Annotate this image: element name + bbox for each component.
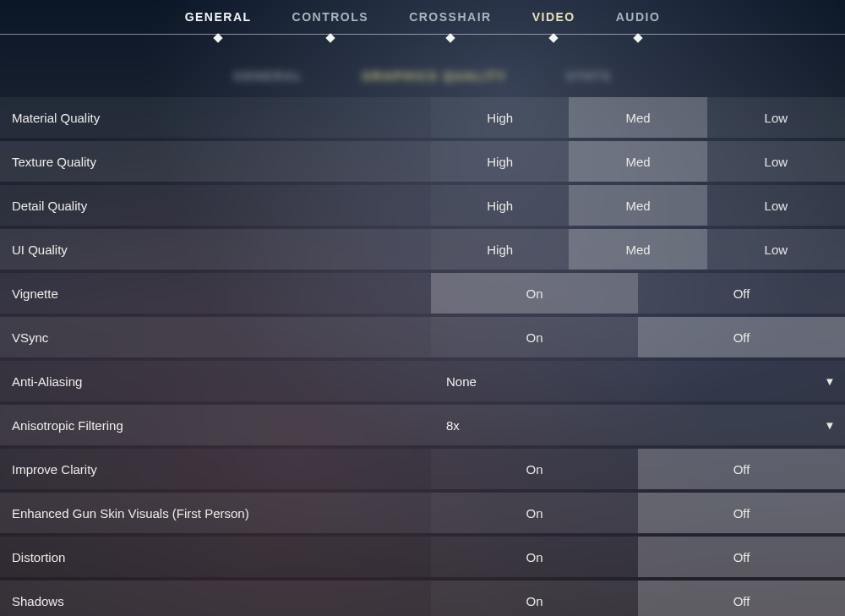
label-anisotropic-filtering: Anisotropic Filtering [0, 418, 431, 433]
label-anti-aliasing: Anti-Aliasing [0, 374, 431, 389]
row-anti-aliasing[interactable]: Anti-Aliasing None ▼ [0, 360, 845, 401]
row-ui-quality: UI Quality High Med Low [0, 228, 845, 270]
opt-gunskin-off[interactable]: Off [638, 493, 845, 533]
opts-detail-quality: High Med Low [431, 185, 845, 226]
label-shadows: Shadows [0, 594, 431, 608]
opt-texture-high[interactable]: High [431, 141, 569, 182]
opt-vignette-on[interactable]: On [431, 273, 638, 313]
settings-list: Material Quality High Med Low Texture Qu… [0, 96, 845, 616]
tab-audio[interactable]: AUDIO [611, 8, 666, 25]
opt-material-low[interactable]: Low [707, 97, 845, 138]
tab-general-label: GENERAL [185, 10, 252, 24]
label-texture-quality: Texture Quality [0, 155, 431, 169]
opts-vsync: On Off [431, 317, 845, 357]
row-shadows: Shadows On Off [0, 580, 845, 616]
row-anisotropic-filtering[interactable]: Anisotropic Filtering 8x ▼ [0, 404, 845, 445]
tab-crosshair-label: CROSSHAIR [409, 10, 492, 24]
row-texture-quality: Texture Quality High Med Low [0, 140, 845, 182]
opt-detail-med[interactable]: Med [569, 185, 706, 226]
opt-shadows-off[interactable]: Off [638, 581, 845, 616]
value-anisotropic-filtering: 8x [431, 418, 815, 433]
opts-improve-clarity: On Off [431, 449, 845, 489]
opt-material-med[interactable]: Med [569, 97, 706, 138]
chevron-down-icon: ▼ [815, 419, 845, 432]
tab-controls-label: CONTROLS [292, 10, 369, 24]
tab-video[interactable]: VIDEO [527, 8, 581, 25]
label-detail-quality: Detail Quality [0, 199, 431, 213]
opt-ui-med[interactable]: Med [569, 229, 706, 270]
main-tab-bar: GENERAL CONTROLS CROSSHAIR VIDEO AUDIO [0, 0, 845, 37]
tab-controls[interactable]: CONTROLS [287, 8, 374, 25]
value-anti-aliasing: None [431, 374, 815, 389]
opt-detail-high[interactable]: High [431, 185, 569, 226]
label-ui-quality: UI Quality [0, 243, 431, 257]
opt-shadows-on[interactable]: On [431, 581, 638, 616]
opt-distortion-off[interactable]: Off [638, 537, 845, 577]
opt-vsync-on[interactable]: On [431, 317, 638, 357]
label-improve-clarity: Improve Clarity [0, 462, 431, 477]
opt-texture-med[interactable]: Med [569, 141, 706, 182]
label-vsync: VSync [0, 330, 431, 345]
opts-distortion: On Off [431, 537, 845, 577]
row-material-quality: Material Quality High Med Low [0, 96, 845, 138]
chevron-down-icon: ▼ [815, 375, 845, 388]
opt-distortion-on[interactable]: On [431, 537, 638, 577]
opt-ui-high[interactable]: High [431, 229, 569, 270]
row-vsync: VSync On Off [0, 316, 845, 357]
opts-shadows: On Off [431, 581, 845, 616]
row-improve-clarity: Improve Clarity On Off [0, 448, 845, 489]
row-vignette: Vignette On Off [0, 272, 845, 313]
opt-clarity-off[interactable]: Off [638, 449, 845, 489]
opt-vignette-off[interactable]: Off [638, 273, 845, 313]
row-distortion: Distortion On Off [0, 536, 845, 577]
tab-video-label: VIDEO [532, 10, 575, 24]
opts-vignette: On Off [431, 273, 845, 313]
opt-detail-low[interactable]: Low [707, 185, 845, 226]
opt-gunskin-on[interactable]: On [431, 493, 638, 533]
opt-material-high[interactable]: High [431, 97, 569, 138]
label-distortion: Distortion [0, 550, 431, 564]
opts-material-quality: High Med Low [431, 97, 845, 138]
tab-audio-label: AUDIO [616, 10, 661, 24]
tab-general[interactable]: GENERAL [180, 8, 257, 25]
row-detail-quality: Detail Quality High Med Low [0, 184, 845, 226]
tab-divider [0, 34, 845, 35]
opt-ui-low[interactable]: Low [707, 229, 845, 270]
opts-enhanced-gun-skin: On Off [431, 493, 845, 533]
opts-texture-quality: High Med Low [431, 141, 845, 182]
opt-vsync-off[interactable]: Off [638, 317, 845, 357]
opt-texture-low[interactable]: Low [707, 141, 845, 182]
opt-clarity-on[interactable]: On [431, 449, 638, 489]
opts-ui-quality: High Med Low [431, 229, 845, 270]
tab-crosshair[interactable]: CROSSHAIR [404, 8, 497, 25]
label-enhanced-gun-skin: Enhanced Gun Skin Visuals (First Person) [0, 506, 431, 521]
label-vignette: Vignette [0, 286, 431, 301]
label-material-quality: Material Quality [0, 111, 431, 125]
row-enhanced-gun-skin: Enhanced Gun Skin Visuals (First Person)… [0, 492, 845, 533]
